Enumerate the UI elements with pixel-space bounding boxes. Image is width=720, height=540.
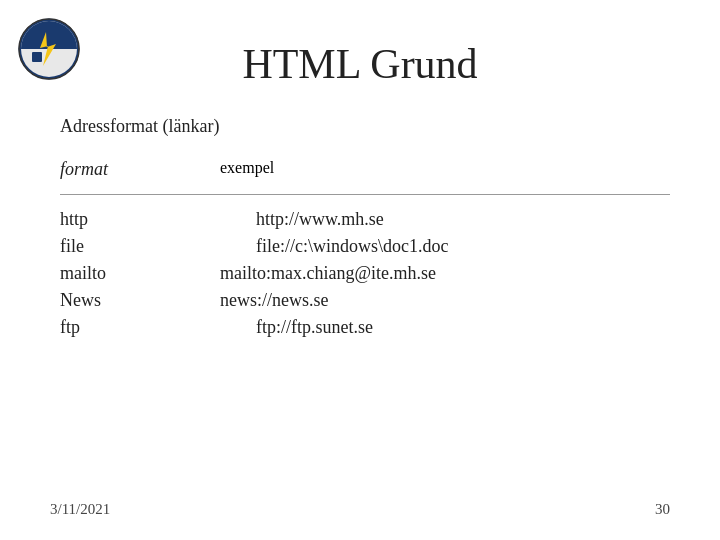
row-value-mailto: mailto:max.chiang@ite.mh.se	[220, 263, 670, 284]
svg-rect-3	[32, 52, 42, 62]
row-label-news: News	[60, 290, 220, 311]
table-header: format exempel	[60, 159, 670, 180]
table-row: mailto mailto:max.chiang@ite.mh.se	[60, 263, 670, 284]
table-row: News news://news.se	[60, 290, 670, 311]
slide-subtitle: Adressformat (länkar)	[50, 116, 670, 137]
slide-title: HTML Grund	[50, 30, 670, 88]
table-row: ftp ftp://ftp.sunet.se	[60, 317, 670, 338]
table-divider	[60, 194, 670, 195]
slide-footer: 3/11/2021 30	[50, 501, 670, 518]
table-row: http http://www.mh.se	[60, 209, 670, 230]
address-table: format exempel http http://www.mh.se fil…	[50, 159, 670, 338]
row-value-ftp: ftp://ftp.sunet.se	[220, 317, 670, 338]
row-label-mailto: mailto	[60, 263, 220, 284]
col-format-header: format	[60, 159, 220, 180]
table-row: file file://c:\windows\doc1.doc	[60, 236, 670, 257]
slide: HTML Grund Adressformat (länkar) format …	[0, 0, 720, 540]
logo	[18, 18, 80, 80]
footer-date: 3/11/2021	[50, 501, 110, 518]
col-exempel-header: exempel	[220, 159, 274, 180]
row-value-http: http://www.mh.se	[220, 209, 670, 230]
row-value-file: file://c:\windows\doc1.doc	[220, 236, 670, 257]
row-label-http: http	[60, 209, 220, 230]
row-label-ftp: ftp	[60, 317, 220, 338]
row-value-news: news://news.se	[220, 290, 670, 311]
footer-page: 30	[655, 501, 670, 518]
row-label-file: file	[60, 236, 220, 257]
